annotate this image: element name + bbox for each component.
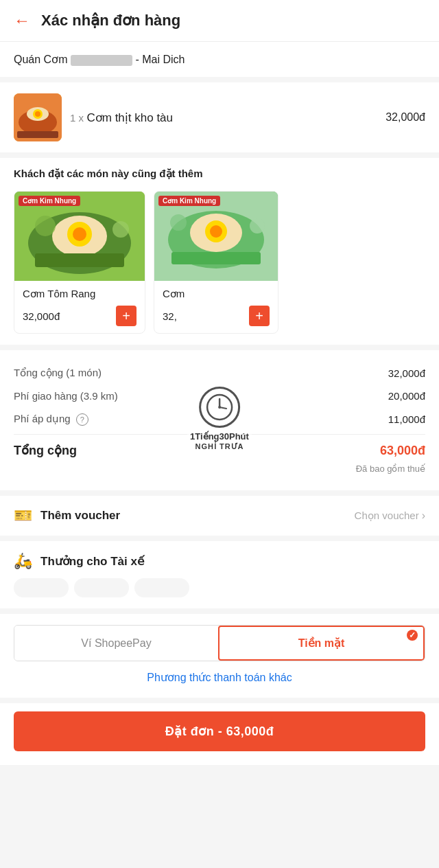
fee-value: 11,000đ — [388, 413, 425, 425]
driver-tip-label: Thưởng cho Tài xế — [40, 554, 144, 569]
svg-point-13 — [112, 221, 129, 238]
fee-info-icon[interactable]: ? — [76, 413, 88, 426]
suggestion-card-body-1: Cơm Tôm Rang 32,000đ + — [14, 281, 145, 333]
fee-label: Phí áp dụng ? — [14, 413, 88, 426]
subtotal-row: Tổng cộng (1 món) 32,000đ — [14, 361, 425, 385]
driver-tip-section: 🛵 Thưởng cho Tài xế — [0, 541, 439, 608]
tip-placeholder-2 — [74, 578, 129, 597]
order-qty: 1 x — [70, 112, 84, 124]
suggestions-section: Khách đặt các món này cũng đặt thêm Cơm … — [0, 158, 439, 345]
order-button-container: Đặt đơn - 63,000đ — [0, 703, 439, 765]
order-name: Cơm thịt kho tàu — [86, 111, 173, 124]
suggestion-add-btn-1[interactable]: + — [116, 306, 137, 326]
suggestion-brand-label-1: Cơm Kim Nhung — [19, 196, 80, 206]
suggestion-footer-2: 32, + — [163, 306, 270, 326]
svg-rect-19 — [171, 252, 261, 264]
payment-shopeepay[interactable]: Ví ShopeePay — [14, 626, 218, 661]
suggestion-footer-1: 32,000đ + — [23, 306, 137, 326]
delivery-value: 20,000đ — [388, 390, 425, 402]
voucher-icon: 🎫 — [14, 507, 32, 525]
suggestion-add-btn-2[interactable]: + — [249, 306, 270, 326]
suggestion-card-img-2: Cơm Kim Nhung — [154, 192, 278, 281]
payment-methods: Ví ShopeePay Tiền mặt — [14, 625, 425, 661]
suggestion-card-body-2: Cơm 32, + — [154, 281, 278, 333]
order-item: 1 x Cơm thịt kho tàu 32,000đ — [0, 82, 439, 152]
order-item-image — [14, 93, 62, 141]
suggestions-title: Khách đặt các món này cũng đặt thêm — [0, 158, 439, 185]
driver-tip-icon: 🛵 — [14, 552, 32, 570]
price-divider — [14, 434, 425, 435]
suggestion-name-2: Cơm — [163, 288, 270, 300]
header: ← Xác nhận đơn hàng — [0, 0, 439, 42]
svg-point-18 — [210, 225, 222, 238]
payment-cash[interactable]: Tiền mặt — [218, 626, 425, 661]
total-value: 63,000đ — [380, 444, 425, 458]
svg-point-12 — [35, 216, 56, 236]
suggestion-name-1: Cơm Tôm Rang — [23, 288, 137, 300]
subtotal-value: 32,000đ — [388, 367, 425, 379]
payment-section: Ví ShopeePay Tiền mặt Phương thức thanh … — [0, 614, 439, 698]
voucher-choose-text: Chọn voucher — [355, 510, 419, 522]
voucher-row[interactable]: 🎫 Thêm voucher Chọn voucher › — [14, 507, 425, 525]
restaurant-section: Quán Cơm - Mai Dich — [0, 42, 439, 77]
svg-point-10 — [73, 227, 86, 241]
svg-point-20 — [170, 214, 187, 231]
suggestions-scroll[interactable]: Cơm Kim Nhung Cơm Tôm Rang 32,000đ + — [0, 185, 439, 345]
voucher-left: 🎫 Thêm voucher — [14, 507, 120, 525]
tax-note: Đã bao gồm thuế — [14, 464, 425, 479]
driver-tip-row: 🛵 Thưởng cho Tài xế — [14, 552, 425, 570]
total-row: Tổng cộng 63,000đ — [14, 437, 425, 464]
order-price: 32,000đ — [385, 111, 425, 124]
tip-options — [14, 578, 425, 597]
total-label: Tổng cộng — [14, 443, 77, 458]
svg-rect-5 — [17, 131, 58, 138]
fee-row: Phí áp dụng ? 11,000đ — [14, 407, 425, 431]
order-item-details: 1 x Cơm thịt kho tàu — [62, 111, 385, 125]
order-button[interactable]: Đặt đơn - 63,000đ — [14, 711, 425, 751]
back-button[interactable]: ← — [14, 11, 30, 30]
page-title: Xác nhận đơn hàng — [41, 12, 180, 30]
suggestion-price-1: 32,000đ — [23, 310, 60, 322]
suggestion-card-2: Cơm Kim Nhung Cơm 32, + — [154, 191, 278, 334]
chevron-right-icon: › — [422, 510, 425, 522]
tip-placeholder-3 — [134, 578, 189, 597]
delivery-row: Phí giao hàng (3.9 km) 20,000đ — [14, 385, 425, 407]
suggestion-card-img-1: Cơm Kim Nhung — [14, 192, 145, 281]
voucher-section[interactable]: 🎫 Thêm voucher Chọn voucher › — [0, 496, 439, 536]
suggestion-brand-label-2: Cơm Kim Nhung — [158, 196, 220, 206]
suggestion-price-2: 32, — [163, 310, 177, 322]
svg-point-21 — [250, 218, 265, 233]
price-summary: Tổng cộng (1 món) 32,000đ Phí giao hàng … — [0, 350, 439, 490]
restaurant-name: Quán Cơm - Mai Dich — [14, 54, 185, 65]
voucher-right[interactable]: Chọn voucher › — [355, 510, 425, 522]
suggestion-card-1: Cơm Kim Nhung Cơm Tôm Rang 32,000đ + — [14, 191, 145, 334]
other-payment-link[interactable]: Phương thức thanh toán khác — [14, 661, 425, 687]
voucher-label: Thêm voucher — [40, 509, 120, 523]
svg-rect-11 — [35, 253, 124, 267]
subtotal-label: Tổng cộng (1 món) — [14, 367, 102, 379]
svg-point-4 — [35, 111, 40, 117]
tip-placeholder-1 — [14, 578, 69, 597]
delivery-label: Phí giao hàng (3.9 km) — [14, 390, 118, 402]
